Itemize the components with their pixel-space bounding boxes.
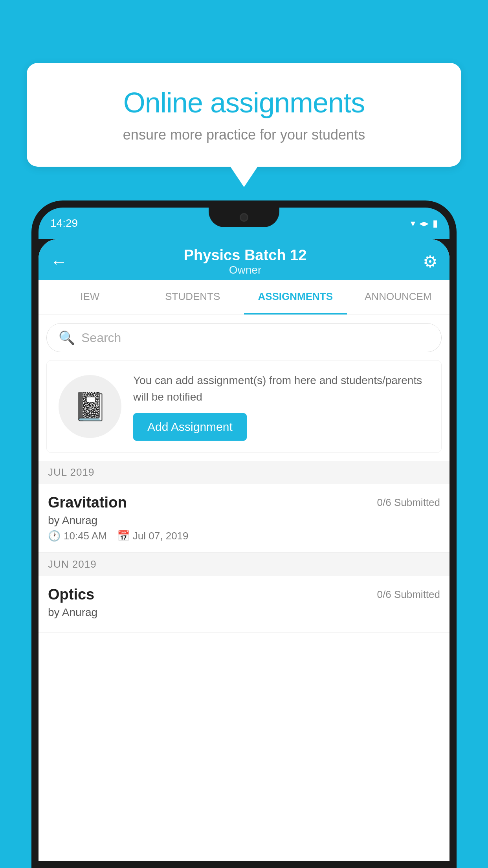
- header-title-group: Physics Batch 12 Owner: [184, 247, 307, 276]
- status-bar: 14:29 ▾ ◂▸ ▮: [39, 208, 449, 239]
- assignment-author-optics: by Anurag: [48, 606, 440, 619]
- header-subtitle: Owner: [184, 264, 307, 276]
- phone-outer: 14:29 ▾ ◂▸ ▮ ← Physics Batch 12 Owner: [31, 200, 457, 868]
- phone-screen: ← Physics Batch 12 Owner ⚙ IEW STUDENTS …: [39, 239, 449, 861]
- status-icons: ▾ ◂▸ ▮: [411, 218, 438, 229]
- search-placeholder: Search: [81, 331, 121, 345]
- assignment-name: Gravitation: [48, 494, 127, 511]
- prompt-icon-circle: 📓: [59, 375, 121, 438]
- assignment-item-top-optics: Optics 0/6 Submitted: [48, 586, 440, 603]
- assignment-item-optics[interactable]: Optics 0/6 Submitted by Anurag: [39, 576, 449, 633]
- calendar-icon: 📅: [117, 530, 130, 542]
- prompt-card: 📓 You can add assignment(s) from here an…: [46, 360, 442, 453]
- app-header: ← Physics Batch 12 Owner ⚙: [39, 239, 449, 280]
- app-header-top: ← Physics Batch 12 Owner ⚙: [50, 247, 438, 280]
- section-header-jun: JUN 2019: [39, 553, 449, 576]
- assignment-meta: 🕐 10:45 AM 📅 Jul 07, 2019: [48, 530, 440, 542]
- section-header-jul: JUL 2019: [39, 461, 449, 484]
- tab-announcements[interactable]: ANNOUNCEM: [347, 280, 450, 314]
- wifi-icon: ▾: [411, 218, 415, 229]
- assignment-item-gravitation[interactable]: Gravitation 0/6 Submitted by Anurag 🕐 10…: [39, 484, 449, 553]
- assignment-time: 10:45 AM: [64, 530, 107, 542]
- header-title: Physics Batch 12: [184, 247, 307, 264]
- phone-mockup: 14:29 ▾ ◂▸ ▮ ← Physics Batch 12 Owner: [31, 200, 457, 868]
- camera: [240, 213, 248, 222]
- assignment-item-top: Gravitation 0/6 Submitted: [48, 494, 440, 511]
- signal-icon: ◂▸: [419, 218, 429, 229]
- status-time: 14:29: [50, 217, 78, 230]
- prompt-text: You can add assignment(s) from here and …: [133, 372, 429, 405]
- assignment-date: Jul 07, 2019: [133, 530, 189, 542]
- notebook-icon: 📓: [73, 390, 107, 423]
- prompt-content: You can add assignment(s) from here and …: [133, 372, 429, 441]
- clock-icon: 🕐: [48, 530, 61, 542]
- assignment-author: by Anurag: [48, 514, 440, 527]
- battery-icon: ▮: [433, 218, 438, 229]
- back-button[interactable]: ←: [50, 252, 68, 272]
- add-assignment-button[interactable]: Add Assignment: [133, 413, 247, 441]
- tab-assignments[interactable]: ASSIGNMENTS: [244, 280, 347, 314]
- tabs-bar: IEW STUDENTS ASSIGNMENTS ANNOUNCEM: [39, 280, 449, 315]
- speech-bubble: Online assignments ensure more practice …: [27, 63, 461, 167]
- speech-bubble-container: Online assignments ensure more practice …: [27, 63, 461, 167]
- search-bar[interactable]: 🔍 Search: [46, 323, 442, 352]
- search-icon: 🔍: [59, 330, 75, 346]
- assignment-submitted-optics: 0/6 Submitted: [377, 588, 440, 601]
- notch: [209, 208, 279, 227]
- tab-iew[interactable]: IEW: [39, 280, 141, 314]
- assignment-submitted: 0/6 Submitted: [377, 497, 440, 509]
- settings-icon[interactable]: ⚙: [423, 252, 438, 271]
- speech-bubble-title: Online assignments: [54, 86, 434, 119]
- speech-bubble-subtitle: ensure more practice for your students: [54, 127, 434, 143]
- assignment-name-optics: Optics: [48, 586, 94, 603]
- tab-students[interactable]: STUDENTS: [141, 280, 244, 314]
